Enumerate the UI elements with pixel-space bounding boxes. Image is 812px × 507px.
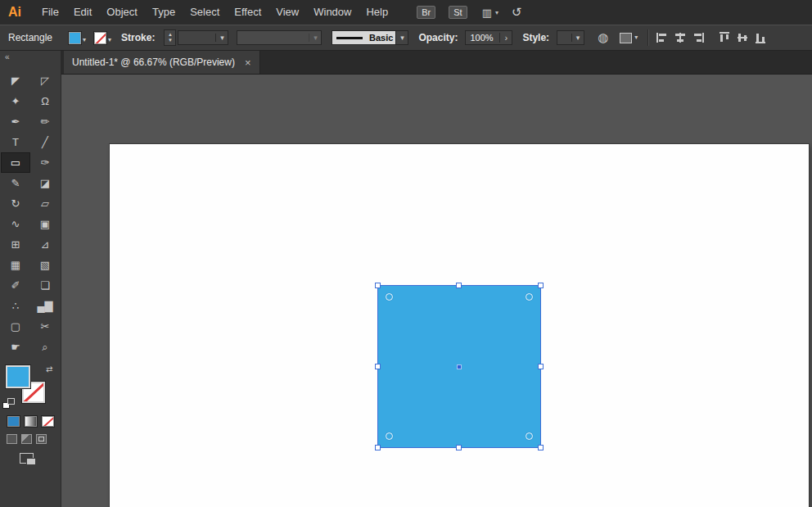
chevron-down-icon[interactable]: ▾ <box>571 34 584 42</box>
live-corner-widget-sw[interactable] <box>386 432 393 440</box>
align-horizontal-left-button[interactable] <box>653 29 671 46</box>
workspace-switcher[interactable]: ▥ ▾ <box>482 7 498 19</box>
stroke-color-swatch[interactable] <box>94 32 106 44</box>
document-tab-strip: Untitled-1* @ 66.67% (RGB/Preview) × <box>61 51 812 75</box>
fill-proxy-swatch[interactable] <box>6 365 30 388</box>
gradient-button[interactable] <box>25 416 37 427</box>
align-vertical-middle-button[interactable] <box>733 29 751 46</box>
selected-rectangle-shape[interactable] <box>378 286 540 447</box>
menu-object[interactable]: Object <box>99 0 145 25</box>
default-fill-stroke-icon[interactable] <box>2 398 15 409</box>
none-button[interactable] <box>42 416 54 427</box>
zoom-tool[interactable]: ⌕ <box>30 337 60 357</box>
live-corner-widget-nw[interactable] <box>386 293 393 301</box>
direct-selection-tool[interactable]: ◸ <box>30 70 60 91</box>
sync-settings-icon[interactable]: ↺ <box>512 5 522 20</box>
stroke-color-control[interactable]: ▾ <box>94 32 111 44</box>
fill-color-swatch[interactable] <box>69 32 81 44</box>
draw-behind-button[interactable] <box>21 434 32 444</box>
chevron-down-icon: ▾ <box>495 9 498 16</box>
collapse-panel-icon[interactable]: « <box>0 51 61 64</box>
selection-handle-nw[interactable] <box>375 283 381 288</box>
curvature-tool[interactable]: ✏ <box>30 111 60 132</box>
shaper-tool[interactable]: ✎ <box>1 173 30 193</box>
perspective-grid-tool[interactable]: ⊿ <box>30 234 60 255</box>
magic-wand-tool[interactable]: ✦ <box>1 91 30 111</box>
transform-menu-button[interactable]: ▾ <box>620 33 638 43</box>
center-point-indicator[interactable] <box>457 364 462 369</box>
menu-edit[interactable]: Edit <box>66 0 99 25</box>
scale-tool[interactable]: ▱ <box>30 193 60 214</box>
selection-handle-s[interactable] <box>456 445 462 450</box>
rectangle-tool[interactable]: ▭ <box>1 152 30 173</box>
stepper-down-icon[interactable]: ▼ <box>168 38 173 43</box>
type-tool[interactable]: T <box>1 132 30 152</box>
menu-select[interactable]: Select <box>183 0 227 25</box>
width-tool[interactable]: ∿ <box>1 214 30 234</box>
slice-tool[interactable]: ✂ <box>30 316 60 337</box>
canvas-area[interactable] <box>61 75 812 507</box>
workspace-grid-icon: ▥ <box>482 7 492 19</box>
symbol-sprayer-tool[interactable]: ∴ <box>1 296 30 316</box>
menu-effect[interactable]: Effect <box>227 0 268 25</box>
selection-tool[interactable]: ◤ <box>1 70 30 91</box>
eyedropper-tool[interactable]: ✐ <box>1 275 30 296</box>
artboard-tool[interactable]: ▢ <box>1 316 30 337</box>
stroke-width-stepper[interactable]: ▲ ▼ <box>164 29 176 46</box>
lasso-tool[interactable]: Ω <box>30 91 60 111</box>
stepper-up-icon[interactable]: ▲ <box>168 32 173 38</box>
selection-handle-sw[interactable] <box>375 445 381 450</box>
document-tab[interactable]: Untitled-1* @ 66.67% (RGB/Preview) × <box>64 51 260 74</box>
free-transform-tool[interactable]: ▣ <box>30 214 60 234</box>
gradient-tool[interactable]: ▧ <box>30 255 60 275</box>
live-corner-widget-se[interactable] <box>526 432 533 440</box>
align-vertical-top-button[interactable] <box>715 29 733 46</box>
menu-file[interactable]: File <box>34 0 66 25</box>
line-segment-tool[interactable]: ╱ <box>30 132 60 152</box>
chevron-down-icon[interactable]: ▾ <box>395 31 408 44</box>
menu-type[interactable]: Type <box>145 0 183 25</box>
selection-handle-n[interactable] <box>456 283 462 288</box>
bridge-button[interactable]: Br <box>417 6 435 19</box>
color-button[interactable] <box>7 416 20 427</box>
selection-handle-ne[interactable] <box>538 283 544 288</box>
opacity-input[interactable]: 100% › <box>465 30 512 45</box>
selection-handle-se[interactable] <box>538 445 544 450</box>
selection-handle-w[interactable] <box>375 364 381 369</box>
selection-handle-e[interactable] <box>538 364 544 369</box>
opacity-value[interactable]: 100% <box>466 33 499 43</box>
stock-button[interactable]: St <box>449 6 467 19</box>
blend-tool[interactable]: ❏ <box>30 275 60 296</box>
align-vertical-bottom-button[interactable] <box>751 29 769 46</box>
close-icon[interactable]: × <box>245 57 251 69</box>
brush-definition-select[interactable]: Basic ▾ <box>332 30 408 45</box>
align-horizontal-center-button[interactable] <box>671 29 689 46</box>
fill-color-control[interactable]: ▾ <box>69 32 86 44</box>
hand-tool[interactable]: ☛ <box>1 337 30 357</box>
rotate-tool[interactable]: ↻ <box>1 193 30 214</box>
change-screen-mode-button[interactable] <box>20 453 38 466</box>
recolor-artwork-icon[interactable]: ◍ <box>598 30 608 45</box>
shape-builder-tool[interactable]: ⊞ <box>1 234 30 255</box>
menu-view[interactable]: View <box>268 0 306 25</box>
menu-help[interactable]: Help <box>359 0 395 25</box>
opacity-menu-icon[interactable]: › <box>499 33 512 43</box>
eraser-tool[interactable]: ◪ <box>30 173 60 193</box>
chevron-down-icon[interactable]: ▾ <box>83 36 86 44</box>
draw-inside-button[interactable] <box>36 434 47 444</box>
column-graph-tool[interactable]: ▄▇ <box>30 296 60 316</box>
divider <box>647 29 648 46</box>
menu-window[interactable]: Window <box>306 0 359 25</box>
stroke-width-select[interactable]: ▾ <box>178 30 228 45</box>
graphic-style-select[interactable]: ▾ <box>557 30 584 45</box>
app-logo: Ai <box>8 5 21 20</box>
chevron-down-icon[interactable]: ▾ <box>108 36 111 44</box>
align-horizontal-right-button[interactable] <box>689 29 707 46</box>
mesh-tool[interactable]: ▦ <box>1 255 30 275</box>
pen-tool[interactable]: ✒ <box>1 111 30 132</box>
swap-fill-stroke-icon[interactable]: ⇄ <box>46 364 52 373</box>
chevron-down-icon[interactable]: ▾ <box>215 34 228 42</box>
draw-normal-button[interactable] <box>7 434 17 444</box>
paintbrush-tool[interactable]: ✑ <box>30 152 60 173</box>
live-corner-widget-ne[interactable] <box>526 293 533 301</box>
